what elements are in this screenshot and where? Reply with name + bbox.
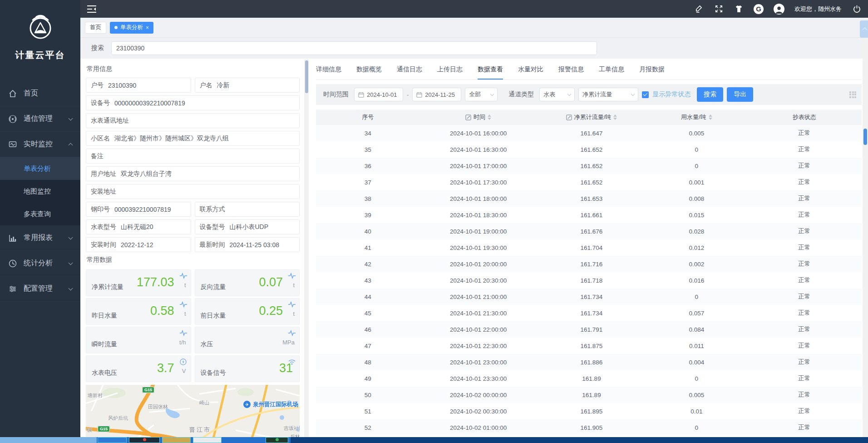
sidebar-item-home[interactable]: 首页 — [0, 81, 80, 106]
pulse-icon — [288, 301, 296, 308]
table-row[interactable]: 45 2024-10-01 21:30:00 161.734 0.057 正常 — [316, 305, 862, 321]
left-panel-scrollbar[interactable] — [304, 60, 309, 443]
card-device-signal: 设备信号 31 — [195, 355, 300, 382]
field-label: 设备型号 — [200, 223, 225, 231]
sidebar-item-label: 统计分析 — [24, 259, 69, 268]
scrollbar-thumb[interactable] — [305, 60, 308, 93]
location-map[interactable]: 塘新村 田园张林 崎山 风炉后坑 晋江市 吉坂社区 后林 镇 霞村 G15 G1… — [86, 385, 300, 443]
table-row[interactable]: 37 2024-10-01 17:30:00 161.652 0.001 正常 — [316, 174, 862, 190]
cell-seq: 42 — [316, 256, 419, 272]
tab-alarm-info[interactable]: 报警信息 — [558, 65, 584, 80]
close-icon[interactable]: × — [146, 25, 149, 31]
sidebar-item-label: 通信管理 — [24, 114, 69, 124]
cell-time: 2024-10-02 00:30:00 — [419, 403, 537, 419]
table-row[interactable]: 42 2024-10-01 20:00:00 161.716 0.002 正常 — [316, 256, 862, 272]
g-translate-icon[interactable]: G — [754, 4, 764, 14]
tab-detail-info[interactable]: 详细信息 — [316, 65, 341, 80]
sort-icon[interactable] — [709, 114, 712, 120]
card-unit: t — [293, 310, 295, 317]
cell-net-flow: 161.875 — [537, 338, 646, 354]
table-row[interactable]: 38 2024-10-01 18:00:00 161.653 0.008 正常 — [316, 190, 862, 207]
taskbar-window-thumbnail[interactable] — [98, 437, 127, 443]
sidebar-item-common-reports[interactable]: 常用报表 — [0, 225, 80, 251]
search-button[interactable]: 搜索 — [697, 87, 723, 102]
show-abnormal-label[interactable]: 显示异常状态 — [652, 90, 690, 99]
sidebar-item-map-monitor[interactable]: 地图监控 — [0, 180, 80, 203]
theme-shirt-icon[interactable] — [734, 4, 744, 14]
pulse-icon — [180, 330, 187, 336]
table-row[interactable]: 46 2024-10-01 22:00:00 161.791 0.084 正常 — [316, 321, 862, 338]
table-row[interactable]: 36 2024-10-01 17:00:00 161.652 0 正常 — [316, 158, 862, 174]
tab-monthly-report[interactable]: 月报数据 — [639, 65, 665, 80]
sort-icon[interactable] — [488, 114, 491, 120]
os-taskbar[interactable] — [0, 437, 868, 443]
tab-home[interactable]: 首页 — [85, 22, 106, 34]
column-header-seq[interactable]: 序号 — [316, 110, 419, 125]
cell-seq: 40 — [316, 223, 419, 239]
date-to-input[interactable]: 2024-11-25 — [412, 88, 461, 101]
airport-marker[interactable]: ✈ 泉州晋江国际机场 — [243, 400, 298, 408]
taskbar-window-thumbnail[interactable] — [129, 437, 160, 443]
sidebar-item-multi-meter-query[interactable]: 多表查询 — [0, 203, 80, 225]
taskbar-window-thumbnail[interactable] — [193, 437, 222, 443]
column-settings-icon[interactable] — [849, 91, 856, 98]
field-label: 最新时间 — [200, 241, 225, 249]
column-header-time[interactable]: 时间 — [419, 110, 537, 125]
cell-time: 2024-10-01 20:30:00 — [419, 272, 537, 289]
cell-seq: 38 — [316, 190, 419, 207]
column-header-usage[interactable]: 用水量/吨 — [646, 110, 747, 125]
page-scrollbar[interactable] — [863, 18, 868, 437]
fullscreen-icon[interactable] — [714, 4, 724, 14]
table-row[interactable]: 48 2024-10-01 23:00:00 161.886 0.004 正常 — [316, 354, 862, 370]
tab-single-meter-analysis[interactable]: 单表分析 × — [110, 22, 153, 34]
back-to-top-button[interactable] — [860, 20, 868, 38]
cell-usage: 0.011 — [646, 338, 747, 354]
power-icon[interactable] — [852, 4, 862, 14]
taskbar-window-thumbnail[interactable] — [266, 437, 288, 443]
cell-net-flow: 161.791 — [537, 321, 646, 338]
cell-status: 正常 — [747, 158, 862, 174]
table-row[interactable]: 52 2024-10-02 01:00:00 161.905 0 正常 — [316, 419, 862, 436]
show-abnormal-checkbox[interactable] — [642, 91, 649, 98]
table-row[interactable]: 51 2024-10-02 00:30:00 161.895 0.01 正常 — [316, 403, 862, 419]
channel-select[interactable]: 水表 — [539, 88, 575, 101]
table-row[interactable]: 41 2024-10-01 19:30:00 161.704 0.012 正常 — [316, 239, 862, 256]
card-value: 0.07 — [259, 275, 283, 289]
table-row[interactable]: 47 2024-10-01 22:30:00 161.875 0.011 正常 — [316, 338, 862, 354]
table-row[interactable]: 43 2024-10-01 20:30:00 161.718 0.016 正常 — [316, 272, 862, 289]
date-from-input[interactable]: 2024-10-01 — [354, 88, 403, 101]
sidebar-item-single-meter-analysis[interactable]: 单表分析 — [0, 157, 80, 180]
collapse-menu-icon[interactable] — [87, 5, 97, 13]
sidebar-item-config[interactable]: 配置管理 — [0, 276, 80, 302]
sidebar-item-realtime-monitor[interactable]: 实时监控 — [0, 132, 80, 157]
column-header-status[interactable]: 抄表状态 — [747, 110, 862, 125]
tab-comm-log[interactable]: 通信日志 — [397, 65, 422, 80]
table-row[interactable]: 49 2024-10-01 23:30:00 161.89 0 正常 — [316, 370, 862, 387]
tab-data-overview[interactable]: 数据概览 — [356, 65, 382, 80]
table-row[interactable]: 39 2024-10-01 18:30:00 161.661 0.015 正常 — [316, 207, 862, 223]
sidebar-item-communication[interactable]: 通信管理 — [0, 106, 80, 132]
table-row[interactable]: 35 2024-10-01 16:30:00 161.652 0 正常 — [316, 141, 862, 158]
table-row[interactable]: 50 2024-10-02 00:00:00 161.89 0.005 正常 — [316, 387, 862, 403]
sidebar-item-statistics[interactable]: 统计分析 — [0, 251, 80, 276]
tab-data-view[interactable]: 数据查看 — [478, 65, 503, 80]
sort-icon[interactable] — [613, 114, 617, 120]
table-row[interactable]: 40 2024-10-01 19:00:00 161.676 0.028 正常 — [316, 223, 862, 239]
search-input[interactable] — [111, 41, 597, 55]
granularity-select[interactable]: 全部 — [465, 88, 498, 101]
tab-upload-log[interactable]: 上传日志 — [437, 65, 463, 80]
table-header: 序号 时间 — [316, 110, 862, 125]
scrollbar-thumb[interactable] — [863, 129, 867, 145]
export-button[interactable]: 导出 — [727, 87, 753, 102]
tab-water-compare[interactable]: 水量对比 — [518, 65, 543, 80]
metric-select[interactable]: 净累计流量 — [578, 88, 638, 101]
content: 常用信息 户号 23100390 户名 冷新 设备号 — [80, 60, 868, 443]
cell-net-flow: 161.895 — [537, 403, 646, 419]
table-row[interactable]: 34 2024-10-01 16:00:00 161.647 0.005 正常 — [316, 125, 862, 141]
avatar[interactable] — [774, 4, 784, 15]
edit-icon[interactable] — [694, 4, 704, 14]
column-header-net-flow[interactable]: 净累计流量/吨 — [537, 110, 646, 125]
table-row[interactable]: 44 2024-10-01 21:00:00 161.734 0 正常 — [316, 289, 862, 305]
taskbar-window-thumbnail[interactable] — [162, 437, 191, 443]
tab-work-order[interactable]: 工单信息 — [599, 65, 624, 80]
